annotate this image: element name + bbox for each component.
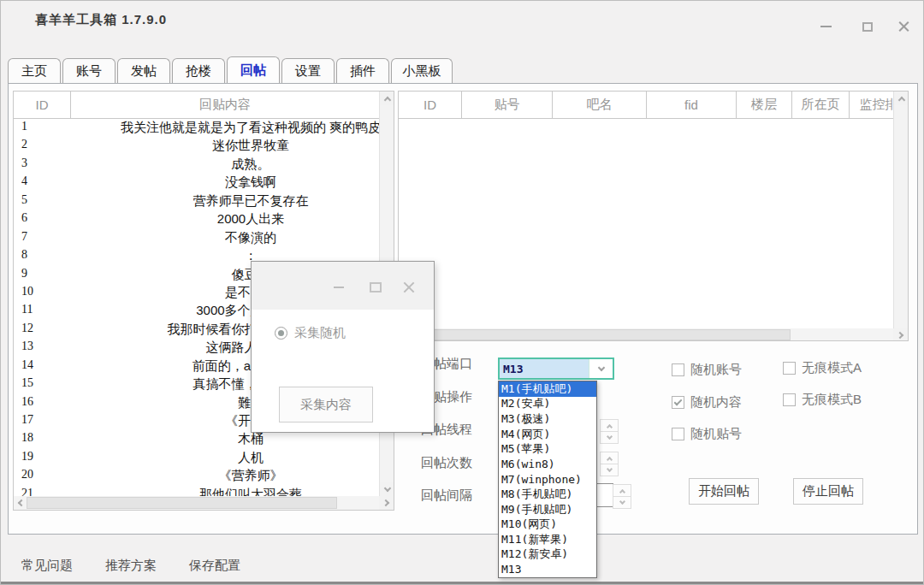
table-row[interactable]: 2迷你世界牧童	[14, 137, 394, 155]
table-row[interactable]: 19人机	[14, 449, 394, 467]
checkbox-icon[interactable]	[783, 393, 796, 406]
tab-post[interactable]: 发帖	[117, 58, 170, 83]
dropdown-option[interactable]: M6(win8)	[499, 457, 596, 472]
checkbox-label: 随机账号	[690, 362, 742, 378]
table-row[interactable]: 18木桶	[14, 430, 394, 448]
table-row[interactable]: 5营养师早已不复存在	[14, 192, 394, 210]
scrollbar-thumb[interactable]	[27, 497, 337, 509]
close-icon	[402, 281, 414, 293]
column-header-id[interactable]: ID	[399, 92, 462, 118]
spin-down-button[interactable]	[600, 464, 619, 476]
table-row[interactable]: 4没拿钱啊	[14, 174, 394, 192]
radio-collect-random[interactable]: 采集随机	[275, 325, 346, 341]
start-reply-button[interactable]: 开始回帖	[689, 478, 759, 505]
dialog-minimize-button[interactable]	[330, 279, 347, 296]
vertical-scrollbar[interactable]	[893, 92, 908, 328]
tab-home[interactable]: 主页	[8, 58, 61, 83]
row-content: 不像演的	[71, 230, 394, 246]
table-row[interactable]: 21那他们叫太羽合葬	[14, 486, 394, 496]
checkbox-random-content[interactable]: 随机内容	[672, 394, 742, 411]
window-title: 喜羊羊工具箱 1.7.9.0	[35, 12, 167, 28]
column-header-id[interactable]: ID	[14, 92, 71, 118]
dropdown-option[interactable]: M13	[499, 562, 596, 577]
save-config-link[interactable]: 保存配置	[189, 558, 240, 574]
table-row[interactable]: 3成熟。	[14, 156, 394, 174]
spin-up-button[interactable]	[600, 452, 619, 464]
tab-settings[interactable]: 设置	[281, 58, 335, 83]
stop-reply-button[interactable]: 停止回帖	[793, 478, 863, 505]
table-row[interactable]: 20《营养师》	[14, 467, 394, 485]
scroll-up-button[interactable]	[894, 92, 909, 105]
scrollbar-thumb[interactable]	[400, 329, 791, 340]
thread-spinner[interactable]	[600, 419, 619, 445]
tab-reply[interactable]: 回帖	[227, 56, 280, 83]
dropdown-option[interactable]: M1(手机贴吧)	[499, 381, 596, 397]
table-row[interactable]: 1我关注他就是就是为了看这种视频的 爽的鸭皮	[14, 119, 394, 137]
dropdown-option[interactable]: M7(winphone)	[499, 472, 596, 488]
scroll-down-button[interactable]	[380, 482, 394, 496]
dropdown-option[interactable]: M3(极速)	[499, 411, 596, 427]
checkbox-icon[interactable]	[672, 363, 684, 376]
horizontal-scrollbar[interactable]	[14, 496, 394, 510]
interval-spinner[interactable]	[613, 484, 631, 510]
chevron-down-icon	[606, 434, 612, 440]
dropdown-option[interactable]: M4(网页)	[499, 427, 596, 442]
row-id: 14	[21, 358, 33, 372]
column-header-floor[interactable]: 楼层	[737, 92, 792, 118]
recommend-link[interactable]: 推荐方案	[105, 558, 157, 574]
dropdown-option[interactable]: M11(新苹果)	[499, 532, 596, 547]
column-header-postno[interactable]: 贴号	[462, 92, 553, 118]
table-row[interactable]: 7不像演的	[14, 229, 394, 247]
spin-down-button[interactable]	[600, 431, 619, 444]
scroll-right-button[interactable]	[379, 496, 394, 510]
checkbox-icon-checked[interactable]	[672, 396, 684, 409]
radio-icon[interactable]	[275, 327, 287, 340]
maximize-button[interactable]	[858, 17, 877, 36]
checkbox-traceless-a[interactable]: 无痕模式A	[783, 360, 862, 376]
dialog-close-button[interactable]	[400, 279, 417, 296]
checkbox-random-account[interactable]: 随机账号	[672, 362, 742, 378]
row-id: 21	[21, 487, 33, 496]
dropdown-option[interactable]: M10(网页)	[499, 517, 596, 532]
scroll-left-button[interactable]	[14, 496, 27, 510]
port-combobox[interactable]: M13	[498, 358, 614, 380]
checkbox-icon[interactable]	[783, 362, 796, 375]
spin-down-button[interactable]	[613, 496, 631, 509]
row-id: 5	[21, 193, 27, 207]
dropdown-option[interactable]: M9(手机贴吧)	[499, 502, 596, 517]
dialog-maximize-button[interactable]	[367, 279, 384, 296]
dropdown-option[interactable]: M5(苹果)	[499, 441, 596, 457]
chevron-down-icon	[619, 499, 625, 505]
tab-blackboard[interactable]: 小黑板	[391, 58, 453, 83]
checkbox-traceless-b[interactable]: 无痕模式B	[783, 392, 862, 408]
spin-up-button[interactable]	[600, 419, 619, 432]
dropdown-option[interactable]: M2(安卓)	[499, 397, 596, 412]
minimize-button[interactable]	[816, 17, 835, 36]
collect-content-button[interactable]: 采集内容	[279, 387, 373, 422]
close-icon	[897, 21, 909, 32]
dropdown-option[interactable]: M12(新安卓)	[499, 547, 596, 563]
checkbox-icon[interactable]	[672, 428, 684, 440]
spin-up-button[interactable]	[613, 484, 631, 497]
count-spinner[interactable]	[600, 452, 619, 477]
tab-account[interactable]: 账号	[62, 58, 116, 83]
port-combobox-value[interactable]: M13	[500, 359, 589, 378]
faq-link[interactable]: 常见问题	[21, 558, 73, 574]
table-row[interactable]: 62000人出来	[14, 210, 394, 228]
column-header-page[interactable]: 所在页	[792, 92, 850, 118]
row-id: 4	[21, 174, 27, 188]
scroll-up-button[interactable]	[380, 92, 394, 105]
column-header-barname[interactable]: 吧名	[553, 92, 647, 118]
dropdown-option[interactable]: M8(手机贴吧)	[499, 487, 596, 502]
horizontal-scrollbar[interactable]	[399, 328, 908, 341]
scroll-right-button[interactable]	[893, 328, 908, 341]
column-header-content[interactable]: 回贴内容	[71, 92, 379, 118]
close-button[interactable]	[894, 17, 913, 36]
column-header-fid[interactable]: fid	[647, 92, 737, 118]
tab-floor-grab[interactable]: 抢楼	[172, 58, 225, 83]
port-combobox-arrow[interactable]	[589, 359, 613, 378]
tab-label: 小黑板	[403, 63, 441, 80]
row-id: 11	[21, 303, 33, 316]
checkbox-random-postid[interactable]: 随机贴号	[672, 426, 742, 442]
tab-plugins[interactable]: 插件	[336, 58, 389, 83]
